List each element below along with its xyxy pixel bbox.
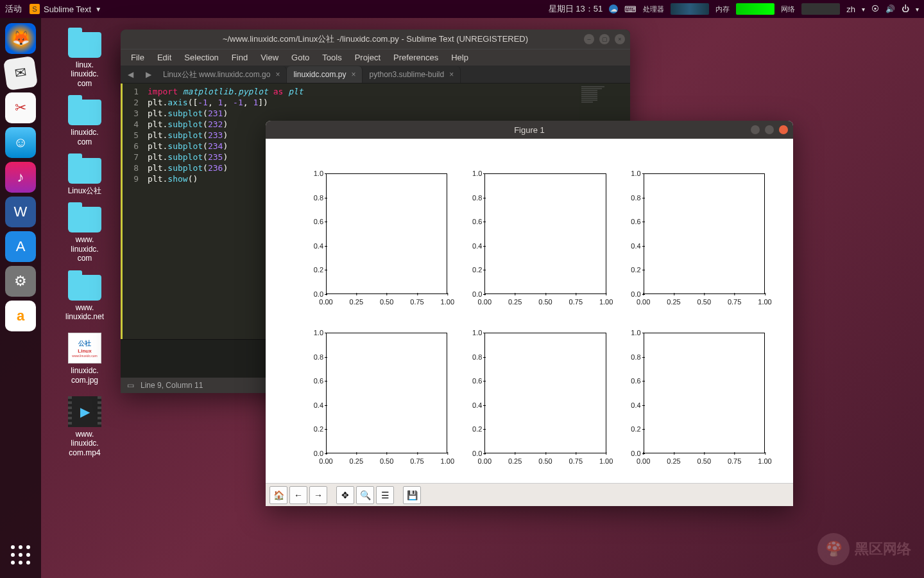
word-icon[interactable]: W	[5, 197, 36, 227]
x-tick-label: 0.00	[478, 298, 492, 306]
y-tick-label: 0.6	[456, 377, 482, 385]
accessibility-icon[interactable]: ⦿	[871, 4, 879, 13]
active-app-menu[interactable]: S Sublime Text ▼	[30, 4, 101, 14]
app-store-icon[interactable]: A	[5, 231, 36, 262]
menu-edit[interactable]: Edit	[152, 51, 176, 64]
net-graph[interactable]	[801, 3, 840, 15]
x-tick-label: 1.00	[441, 298, 454, 306]
menu-help[interactable]: Help	[446, 51, 474, 64]
folder-icon	[68, 100, 101, 125]
x-tick-label: 0.00	[319, 298, 332, 306]
tab-prev-icon[interactable]: ◀	[123, 67, 137, 82]
keyboard-icon[interactable]: ⌨	[624, 4, 637, 14]
volume-icon[interactable]: 🔊	[886, 4, 895, 13]
desktop-icon[interactable]: linux. linuxidc. com	[62, 32, 108, 88]
figure-titlebar[interactable]: Figure 1	[266, 121, 793, 139]
y-tick-label: 0.2	[298, 425, 323, 433]
axes	[326, 173, 447, 294]
menu-preferences[interactable]: Preferences	[388, 51, 443, 64]
sublime-titlebar[interactable]: ~/www.linuxidc.com/Linux公社 -/linuxidc.co…	[121, 30, 630, 49]
x-tick-label: 1.00	[441, 457, 454, 465]
close-icon[interactable]: ×	[449, 70, 454, 79]
chevron-down-icon: ▾	[916, 6, 919, 13]
minimize-button[interactable]: –	[584, 34, 594, 44]
maximize-button[interactable]	[765, 125, 774, 134]
cursor-position: Line 9, Column 11	[141, 381, 203, 390]
finder-icon[interactable]: ☺	[5, 127, 36, 158]
desktop-icon[interactable]: Linux公社	[62, 158, 108, 195]
weather-icon[interactable]: ☁	[609, 4, 618, 13]
y-tick-label: 0.8	[456, 194, 482, 202]
desktop-icon[interactable]: www. linuxidc. com	[62, 207, 108, 263]
subplot-4: 0.00.20.40.60.81.00.000.250.500.751.00	[298, 330, 450, 470]
close-icon[interactable]: ×	[351, 70, 355, 79]
desktop-icon[interactable]: ▶www. linuxidc. com.mp4	[62, 396, 108, 457]
y-tick-label: 0.0	[615, 450, 641, 457]
menu-goto[interactable]: Goto	[286, 51, 314, 64]
show-applications-icon[interactable]	[5, 539, 36, 570]
x-tick-label: 0.50	[697, 298, 711, 306]
desktop-icon[interactable]: linuxidc. com	[62, 100, 108, 146]
desktop-icon[interactable]: www. linuxidc.net	[62, 275, 108, 322]
editor-tab[interactable]: Linux公社 www.linuxidc.com.go×	[157, 66, 287, 83]
y-tick-label: 0.8	[456, 353, 482, 361]
close-button[interactable]: ×	[615, 34, 625, 44]
power-icon[interactable]: ⏻	[902, 4, 909, 13]
amazon-icon[interactable]: a	[5, 301, 36, 331]
zoom-button[interactable]: 🔍	[356, 486, 374, 504]
menu-selection[interactable]: Selection	[179, 51, 223, 64]
line-number: 2	[125, 97, 139, 108]
back-button[interactable]: ←	[289, 486, 307, 504]
media-icon[interactable]: ✂	[5, 92, 36, 123]
line-number: 8	[125, 162, 139, 173]
pan-button[interactable]: ✥	[336, 486, 354, 504]
settings-icon[interactable]: ⚙	[5, 266, 36, 297]
x-tick-label: 0.50	[697, 457, 711, 465]
clock-label[interactable]: 星期日 13：51	[549, 3, 603, 15]
y-tick-label: 1.0	[298, 170, 323, 177]
y-tick-label: 1.0	[456, 170, 482, 177]
x-tick-label: 1.00	[599, 298, 613, 306]
tab-next-icon[interactable]: ▶	[141, 67, 155, 82]
input-method-label[interactable]: zh	[846, 4, 855, 14]
panel-switcher-icon[interactable]: ▭	[127, 381, 134, 390]
x-tick-label: 0.25	[508, 298, 522, 306]
close-button[interactable]	[779, 125, 788, 134]
close-icon[interactable]: ×	[275, 70, 280, 79]
save-button[interactable]: 💾	[403, 486, 421, 504]
axes	[326, 333, 447, 453]
menu-view[interactable]: View	[255, 51, 284, 64]
menu-project[interactable]: Project	[350, 51, 386, 64]
desktop-icon-label: www. linuxidc. com	[71, 235, 98, 263]
menu-file[interactable]: File	[126, 51, 150, 64]
y-tick-label: 0.6	[298, 377, 323, 385]
line-number: 5	[125, 130, 139, 141]
y-tick-label: 0.4	[456, 401, 482, 409]
activities-button[interactable]: 活动	[5, 3, 22, 15]
active-app-label: Sublime Text	[44, 4, 91, 14]
x-tick-label: 0.50	[538, 457, 552, 465]
editor-tab[interactable]: linuxidc.com.py×	[287, 66, 363, 83]
forward-button[interactable]: →	[309, 486, 327, 504]
menu-find[interactable]: Find	[227, 51, 253, 64]
firefox-icon[interactable]: 🦊	[5, 23, 36, 54]
maximize-button[interactable]: ▢	[599, 34, 610, 44]
editor-tab[interactable]: python3.sublime-build×	[363, 66, 461, 83]
configure-button[interactable]: ☰	[376, 486, 394, 504]
music-icon[interactable]: ♪	[5, 162, 36, 193]
mem-graph[interactable]	[736, 3, 774, 15]
chevron-down-icon: ▾	[862, 6, 865, 13]
minimize-button[interactable]	[751, 125, 760, 134]
y-tick-label: 0.4	[615, 242, 641, 250]
video-thumbnail: ▶	[68, 396, 101, 427]
code-line: import matplotlib.pyplot as plt	[148, 86, 626, 97]
home-button[interactable]: 🏠	[270, 486, 287, 504]
subplot-6: 0.00.20.40.60.81.00.000.250.500.751.00	[615, 330, 767, 470]
mail-icon[interactable]: ✉	[3, 56, 38, 91]
y-tick-label: 0.0	[456, 450, 482, 457]
menu-tools[interactable]: Tools	[317, 51, 346, 64]
desktop-icon[interactable]: 公社Linuxwww.linuxidc.comlinuxidc. com.jpg	[62, 333, 108, 385]
cpu-graph[interactable]	[671, 3, 709, 15]
desktop-icon-label: linux. linuxidc. com	[71, 60, 98, 88]
y-tick-label: 1.0	[615, 329, 641, 337]
